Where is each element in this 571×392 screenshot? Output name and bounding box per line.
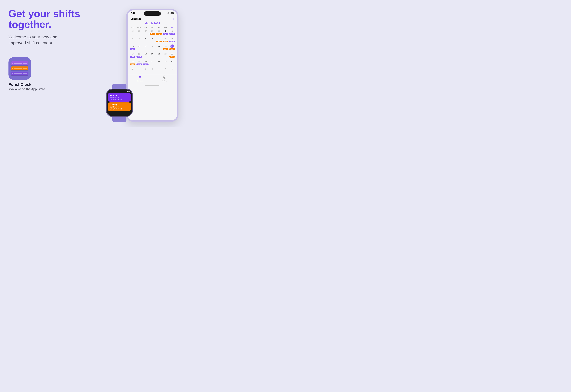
- battery-icon: [171, 13, 174, 14]
- add-button[interactable]: +: [172, 17, 174, 21]
- svg-point-4: [164, 77, 165, 78]
- cal-cell[interactable]: 3: [149, 67, 156, 74]
- day-sun: SUN: [129, 27, 136, 28]
- cal-cell[interactable]: 23Day: [169, 52, 175, 59]
- cal-cell[interactable]: 29: [162, 59, 169, 67]
- app-name: PunchClock: [8, 82, 82, 87]
- cal-cell[interactable]: 30: [169, 59, 175, 67]
- app-subtitle: Available on the App Store.: [8, 87, 82, 91]
- shelf-row-3: [11, 71, 28, 75]
- cal-cell[interactable]: 10Night: [129, 44, 136, 51]
- cal-cell[interactable]: 18Night: [136, 52, 143, 59]
- watch-band-top: [112, 84, 126, 89]
- cal-cell[interactable]: 28Day: [149, 29, 156, 36]
- tab-bar: Schedule Settings: [128, 74, 177, 84]
- svg-rect-0: [139, 76, 141, 77]
- cal-cell[interactable]: 14: [156, 44, 162, 51]
- cal-cell[interactable]: 27: [142, 29, 149, 36]
- cal-cell[interactable]: 4: [136, 36, 143, 44]
- watch-card-morning-time: 9:00 AM – 5:00 PM: [110, 98, 129, 100]
- watch-time: 9:41: [127, 91, 130, 92]
- cal-cell[interactable]: 29Day: [156, 29, 162, 36]
- cal-cell[interactable]: 1Night: [162, 29, 169, 36]
- watch-card-morning-title: Morning: [110, 94, 129, 96]
- cal-cell[interactable]: 5: [142, 36, 149, 44]
- cal-cell[interactable]: 19: [142, 52, 149, 59]
- cal-cell[interactable]: 28: [156, 59, 162, 67]
- cal-cell[interactable]: 1: [136, 67, 143, 74]
- shelf-row-1: [11, 61, 28, 65]
- cal-cell[interactable]: 12: [142, 44, 149, 51]
- svg-rect-2: [139, 77, 141, 78]
- day-thu: THU: [156, 27, 162, 28]
- watch-card-morning: Morning Wed, March 20 9:00 AM – 5:00 PM: [108, 93, 131, 102]
- watch-card-evening-time: 9:00 AM – 5:00 PM: [110, 108, 129, 110]
- headline: Get your shifts together.: [8, 8, 82, 30]
- apple-watch: 9:41 Morning Wed, March 20 9:00 AM – 5:0…: [103, 84, 136, 122]
- watch-card-evening-date: Wed, March 20: [110, 106, 129, 108]
- cal-cell[interactable]: 9Night: [169, 36, 175, 44]
- subheadline: Welcome to your new andimproved shift ca…: [8, 34, 82, 46]
- cal-cell[interactable]: 22: [162, 52, 169, 59]
- cal-cell[interactable]: 25: [129, 29, 136, 36]
- cal-cell[interactable]: 25Night: [136, 59, 143, 67]
- cal-cell[interactable]: 20: [149, 52, 156, 59]
- calendar-header: Schedule +: [128, 16, 177, 22]
- watch-card-evening-title: Evening: [110, 104, 129, 106]
- status-time: 9:41: [131, 12, 135, 14]
- watch-status: 9:41: [107, 89, 132, 93]
- watch-band-bottom: [112, 117, 126, 122]
- watch-body: 9:41 Morning Wed, March 20 9:00 AM – 5:0…: [106, 89, 133, 117]
- tab-settings-label: Settings: [162, 80, 167, 82]
- svg-rect-1: [139, 77, 141, 77]
- cal-cell[interactable]: 13: [149, 44, 156, 51]
- calendar-title: Schedule: [130, 17, 141, 20]
- tab-schedule-label: Schedule: [137, 80, 143, 82]
- settings-icon: [163, 75, 166, 80]
- watch-card-evening: Evening Wed, March 20 9:00 AM – 5:00 PM: [108, 102, 131, 111]
- right-panel: 9:41 Morning Wed, March 20 9:00 AM – 5:0…: [82, 6, 179, 123]
- home-bar: [145, 85, 159, 86]
- cal-cell[interactable]: 27: [149, 59, 156, 67]
- day-tue: TUE: [142, 27, 149, 28]
- schedule-icon: [138, 75, 142, 80]
- tab-settings[interactable]: Settings: [152, 75, 177, 82]
- cal-cell[interactable]: 16Day: [169, 44, 175, 51]
- watch-crown: [132, 97, 133, 101]
- cal-cell[interactable]: 17Night: [129, 52, 136, 59]
- svg-rect-3: [139, 78, 140, 78]
- cal-cell[interactable]: 26Night: [142, 59, 149, 67]
- month-name: March: [145, 22, 153, 25]
- day-fri: FRI: [162, 27, 169, 28]
- cal-cell[interactable]: 6: [169, 67, 175, 74]
- watch-card-morning-date: Wed, March 20: [110, 97, 129, 98]
- cal-cell[interactable]: 5: [162, 67, 169, 74]
- watch-content: Morning Wed, March 20 9:00 AM – 5:00 PM …: [107, 93, 132, 116]
- main-container: Get your shifts together. Welcome to you…: [0, 0, 185, 127]
- status-icons: [167, 12, 174, 14]
- calendar-days-header: SUN MON TUE WED THU FRI SAT: [128, 27, 177, 28]
- day-wed: WED: [149, 27, 156, 28]
- shelf-row-2: [11, 67, 28, 70]
- cal-cell[interactable]: 3: [129, 36, 136, 44]
- cal-cell[interactable]: 24Day: [129, 59, 136, 67]
- day-mon: MON: [136, 27, 143, 28]
- cal-cell[interactable]: 4: [156, 67, 162, 74]
- cal-cell[interactable]: 7Day: [156, 36, 162, 44]
- day-sat: SAT: [169, 27, 175, 28]
- wifi-icon: [167, 12, 170, 14]
- app-icon: [8, 57, 31, 80]
- cal-cell[interactable]: 15Day: [162, 44, 169, 51]
- cal-cell[interactable]: 31: [129, 67, 136, 74]
- cal-cell[interactable]: 11: [136, 44, 143, 51]
- cal-cell[interactable]: 6: [149, 36, 156, 44]
- tab-schedule[interactable]: Schedule: [128, 75, 152, 82]
- calendar-grid: 25262728Day29Day1Night2Night34567Day8Day…: [128, 29, 177, 74]
- cal-cell[interactable]: 21: [156, 52, 162, 59]
- iphone-notch: [144, 12, 161, 16]
- cal-cell[interactable]: 2: [142, 67, 149, 74]
- month-year: 2024: [154, 22, 160, 25]
- cal-cell[interactable]: 2Night: [169, 29, 175, 36]
- cal-cell[interactable]: 8Day: [162, 36, 169, 44]
- cal-cell[interactable]: 26: [136, 29, 143, 36]
